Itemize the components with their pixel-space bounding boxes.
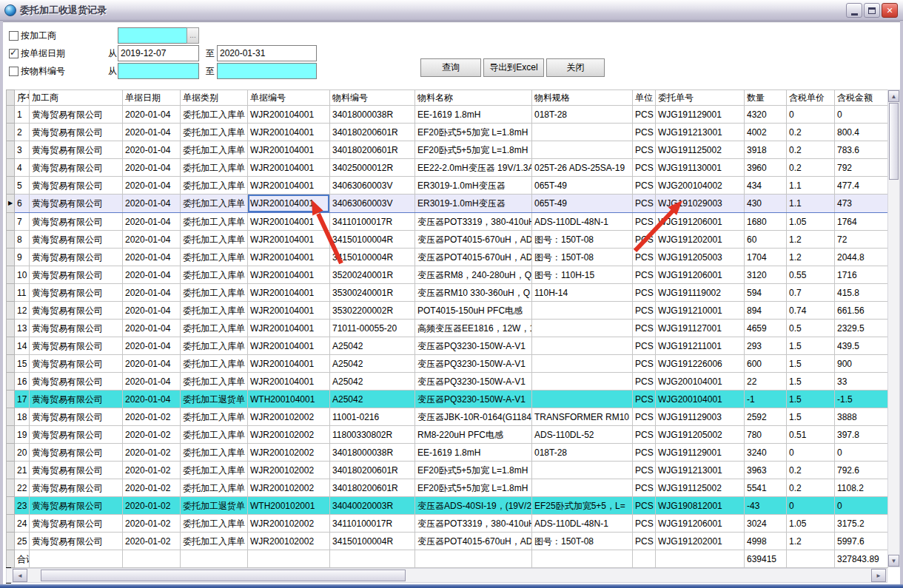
row-gutter[interactable] [7,249,15,266]
cell[interactable]: 4320 [745,106,787,124]
cell[interactable]: 780 [745,426,787,444]
cell[interactable]: 23 [15,497,30,515]
cell[interactable]: PCS [633,177,656,195]
cell[interactable]: 2020-01-04 [123,195,181,213]
cell[interactable]: 黄海贸易有限公司 [30,231,123,249]
horizontal-scroll-thumb[interactable] [41,570,406,581]
cell[interactable]: 8 [15,231,30,249]
cell[interactable]: PCS [633,497,656,515]
cell[interactable]: PCS [633,266,656,284]
scroll-down-button[interactable]: ▼ [888,555,899,567]
scroll-right-button[interactable]: ► [871,569,886,582]
cell[interactable] [532,337,633,355]
cell[interactable]: 11001-0216 [330,408,415,426]
cell[interactable]: 0.2 [787,124,835,141]
cell[interactable]: 黄海贸易有限公司 [30,141,123,159]
cell[interactable]: 1.5 [787,391,835,408]
cell[interactable]: 黄海贸易有限公司 [30,213,123,231]
cell[interactable]: 33 [835,373,888,391]
row-gutter[interactable] [7,337,15,355]
cell[interactable]: EF20卧式5+5加宽 L=1.8mH [415,479,532,497]
cell[interactable]: WJR200104001 [248,249,330,266]
column-header[interactable]: 序号 [15,90,30,106]
cell[interactable]: 34110100017R [330,515,415,533]
cell[interactable]: PCS [633,320,656,337]
cell[interactable]: WJR200104001 [248,284,330,302]
cell[interactable]: 14 [15,337,30,355]
cell[interactable]: 黄海贸易有限公司 [30,426,123,444]
cell[interactable]: 黄海贸易有限公司 [30,266,123,284]
cell[interactable]: 018T-28 [532,444,633,462]
column-header[interactable]: 物料名称 [415,90,532,106]
cell[interactable]: 34110100017R [330,213,415,231]
cell[interactable]: 35200240001R [330,266,415,284]
column-header[interactable]: 委托单号 [656,90,745,106]
cell[interactable]: 2020-01-04 [123,141,181,159]
cell[interactable]: 10 [15,266,30,284]
cell[interactable]: 委托加工退货单 [181,391,248,408]
row-gutter[interactable] [7,533,15,550]
cell[interactable]: 34150100004R [330,231,415,249]
cell[interactable]: 5997.6 [835,533,888,550]
cell[interactable]: 3024 [745,515,787,533]
cell[interactable]: 2020-01-02 [123,515,181,533]
cell[interactable]: WJG191029003 [656,195,745,213]
cell[interactable]: WTH200102001 [248,497,330,515]
cell[interactable]: 黄海贸易有限公司 [30,497,123,515]
cell[interactable]: 594 [745,284,787,302]
cell[interactable]: TRANSFORMER RM10 [532,408,633,426]
row-gutter[interactable] [7,391,15,408]
cell[interactable]: 委托加工入库单 [181,408,248,426]
cell[interactable]: 473 [835,195,888,213]
cell[interactable]: 委托加工入库单 [181,515,248,533]
maximize-button[interactable] [864,3,880,18]
table-row[interactable]: 14黄海贸易有限公司2020-01-04委托加工入库单WJR200104001A… [7,337,888,355]
cell[interactable]: 661.56 [835,302,888,320]
cell[interactable]: WJG191125002 [656,141,745,159]
cell[interactable]: WJR200104001 [248,373,330,391]
row-gutter[interactable] [7,177,15,195]
cell[interactable]: WJR200104001 [248,231,330,249]
cell[interactable]: 34063060003V [330,195,415,213]
cell[interactable]: PCS [633,284,656,302]
cell[interactable]: 018T-28 [532,106,633,124]
cell[interactable]: PCS [633,249,656,266]
cell[interactable]: PCS [633,337,656,355]
cell[interactable]: 3120 [745,266,787,284]
cell[interactable]: 293 [745,337,787,355]
cell[interactable]: WJR200102002 [248,533,330,550]
cell[interactable] [532,355,633,373]
filter-processor-checkbox[interactable] [9,31,19,41]
cell[interactable]: 18 [15,408,30,426]
cell[interactable]: 397.8 [835,426,888,444]
cell[interactable]: 5541 [745,479,787,497]
row-gutter[interactable] [7,302,15,320]
cell[interactable]: 1108.2 [835,479,888,497]
cell[interactable]: 委托加工入库单 [181,106,248,124]
cell[interactable]: 1764 [835,213,888,231]
cell[interactable]: 20 [15,444,30,462]
cell[interactable]: WJR200102002 [248,515,330,533]
cell[interactable]: WJG191205003 [656,249,745,266]
cell[interactable]: 25 [15,533,30,550]
cell[interactable]: PCS [633,141,656,159]
cell[interactable]: 065T-49 [532,195,633,213]
cell[interactable]: WJR200104001 [248,195,330,213]
cell[interactable]: 变压器POT4015-670uH，AD [415,231,532,249]
query-button[interactable]: 查询 [420,58,481,77]
cell[interactable]: EF20卧式5+5加宽 L=1.8mH [415,124,532,141]
cell[interactable]: 15 [15,355,30,373]
cell[interactable] [532,124,633,141]
cell[interactable]: 黄海贸易有限公司 [30,159,123,177]
cell[interactable] [532,320,633,337]
cell[interactable]: 7 [15,213,30,231]
close-form-button[interactable]: 关闭 [546,58,605,77]
row-gutter[interactable] [7,231,15,249]
table-row[interactable]: ▶6黄海贸易有限公司2020-01-04委托加工入库单WJR2001040013… [7,195,888,213]
cell[interactable]: 2020-01-04 [123,391,181,408]
cell[interactable]: PCS [633,159,656,177]
scroll-up-button[interactable]: ▲ [888,90,899,102]
cell[interactable]: WJR200102002 [248,479,330,497]
cell[interactable]: 1.1 [787,177,835,195]
cell[interactable]: 2020-01-04 [123,373,181,391]
